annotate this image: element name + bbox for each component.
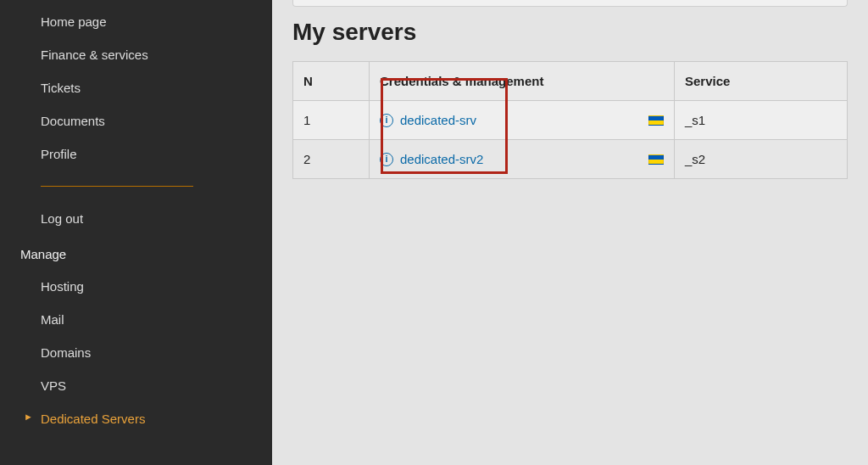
nav-tickets[interactable]: Tickets [0, 71, 272, 104]
nav-mail[interactable]: Mail [0, 303, 272, 336]
nav-manage-group: Hosting Mail Domains VPS Dedicated Serve… [0, 270, 272, 435]
nav-finance[interactable]: Finance & services [0, 38, 272, 71]
col-header-credentials: Credentials & management [370, 62, 675, 101]
servers-table: N Credentials & management Service 1 i d… [292, 61, 848, 179]
page-title: My servers [292, 19, 848, 46]
sidebar: Home page Finance & services Tickets Doc… [0, 0, 272, 465]
sidebar-section-manage: Manage [0, 235, 272, 270]
main: My servers N Credentials & management Se… [272, 0, 868, 465]
top-toolbar-collapsed [292, 0, 848, 7]
cell-credentials: i dedicated-srv2 [370, 140, 675, 179]
sidebar-divider [41, 186, 193, 187]
nav-home[interactable]: Home page [0, 5, 272, 38]
nav-vps[interactable]: VPS [0, 369, 272, 402]
col-header-n: N [293, 62, 370, 101]
server-name: dedicated-srv2 [400, 152, 483, 166]
nav-primary-group: Home page Finance & services Tickets Doc… [0, 5, 272, 171]
cell-n: 2 [293, 140, 370, 179]
nav-profile[interactable]: Profile [0, 137, 272, 171]
flag-icon [648, 115, 664, 126]
nav-hosting[interactable]: Hosting [0, 270, 272, 303]
cell-credentials: i dedicated-srv [370, 101, 675, 140]
table-row: 2 i dedicated-srv2 _s2 [293, 140, 848, 179]
flag-icon [648, 154, 664, 165]
server-link[interactable]: i dedicated-srv2 [380, 152, 483, 166]
nav-documents[interactable]: Documents [0, 104, 272, 137]
nav-dedicated[interactable]: Dedicated Servers [0, 402, 272, 435]
nav-domains[interactable]: Domains [0, 336, 272, 369]
nav-logout[interactable]: Log out [0, 202, 272, 235]
cell-service: _s2 [675, 140, 848, 179]
col-header-service: Service [675, 62, 848, 101]
info-icon: i [380, 153, 393, 166]
info-icon: i [380, 114, 393, 127]
table-row: 1 i dedicated-srv _s1 [293, 101, 848, 140]
cell-service: _s1 [675, 101, 848, 140]
server-name: dedicated-srv [400, 113, 476, 127]
cell-n: 1 [293, 101, 370, 140]
server-link[interactable]: i dedicated-srv [380, 113, 476, 127]
